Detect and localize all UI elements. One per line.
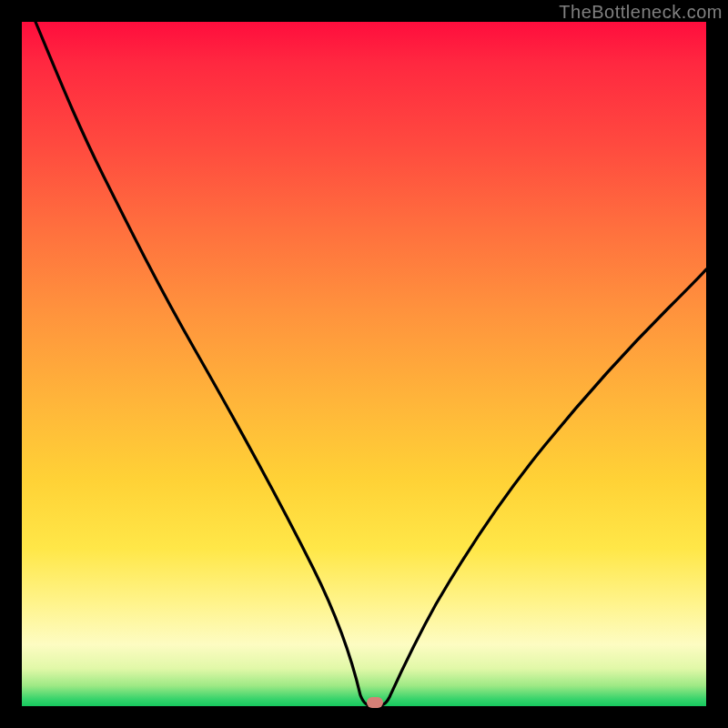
chart-stage: TheBottleneck.com (0, 0, 728, 728)
watermark-label: TheBottleneck.com (559, 2, 723, 23)
bottleneck-curve (22, 22, 706, 706)
curve-path (35, 22, 706, 706)
optimal-marker (367, 697, 383, 708)
plot-area (22, 22, 706, 706)
